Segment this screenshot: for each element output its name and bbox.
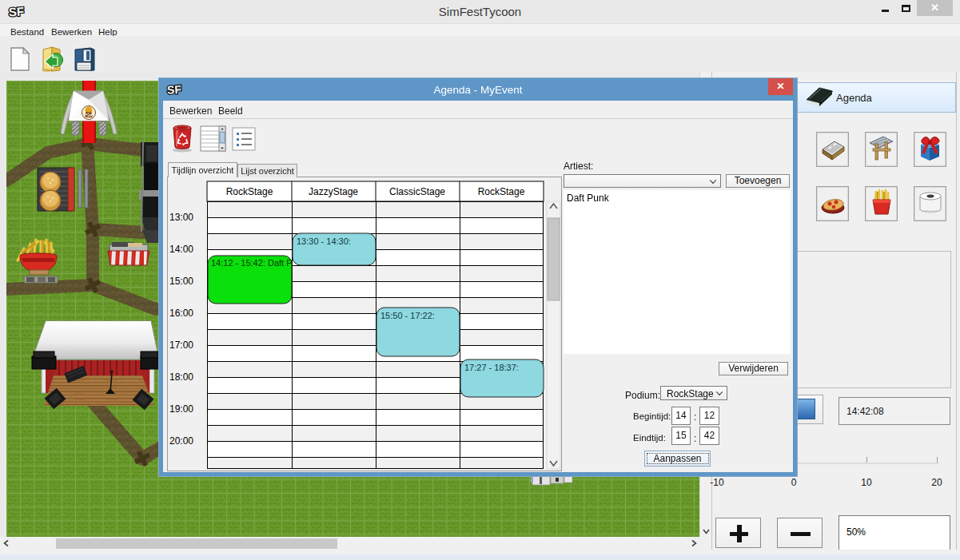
- svg-text:15:00: 15:00: [169, 276, 193, 287]
- svg-text:ClassicStage: ClassicStage: [389, 186, 445, 197]
- svg-text:SF: SF: [8, 4, 24, 18]
- svg-text:16:00: 16:00: [169, 308, 193, 319]
- svg-text:RockStage: RockStage: [226, 186, 273, 197]
- svg-text:13:30 - 14:30:: 13:30 - 14:30:: [297, 236, 351, 246]
- svg-text:17:00: 17:00: [169, 340, 193, 351]
- svg-text:18:00: 18:00: [169, 371, 193, 383]
- svg-text:17:27 - 18:37:: 17:27 - 18:37:: [464, 363, 519, 372]
- svg-text:RockStage: RockStage: [478, 186, 525, 197]
- svg-text:19:00: 19:00: [169, 403, 193, 415]
- svg-text:14:12 - 15:42: Daft P: 14:12 - 15:42: Daft P: [211, 258, 293, 268]
- svg-text:SF: SF: [86, 111, 92, 117]
- svg-text:15:50 - 17:22:: 15:50 - 17:22:: [380, 311, 435, 320]
- svg-text:14:00: 14:00: [169, 244, 193, 255]
- svg-text:20:00: 20:00: [169, 435, 193, 447]
- svg-text:13:00: 13:00: [169, 212, 193, 223]
- svg-text:JazzyStage: JazzyStage: [309, 186, 358, 197]
- svg-text:SF: SF: [166, 83, 182, 97]
